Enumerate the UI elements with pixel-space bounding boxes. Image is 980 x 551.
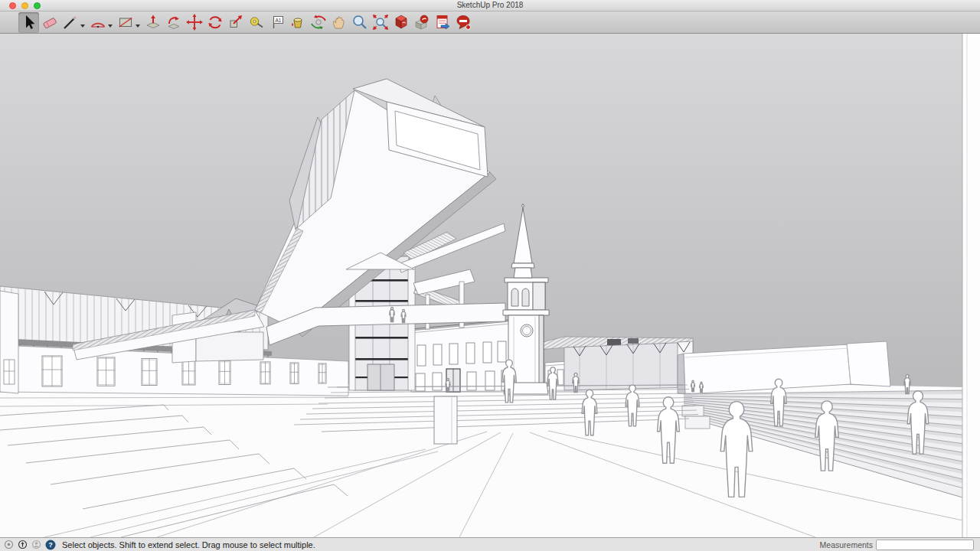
push-pull-icon: [143, 12, 163, 32]
extension-warehouse-icon: [453, 12, 473, 32]
push-pull-tool-button[interactable]: [142, 12, 163, 33]
eraser-icon: [40, 12, 60, 32]
far-left-pavilion: [0, 291, 18, 393]
rectangle-tool-button[interactable]: [115, 12, 136, 33]
follow-me-icon: [164, 12, 184, 32]
make-component-tool-button[interactable]: [390, 12, 411, 33]
classical-building-center: [411, 320, 509, 392]
extension-warehouse-tool-button[interactable]: [452, 12, 473, 33]
zoom-extents-tool-button[interactable]: [370, 12, 390, 33]
arc-icon: [88, 12, 108, 32]
paint-bucket-icon: [288, 12, 308, 32]
arc-tool-button[interactable]: [87, 12, 108, 33]
model-scene-svg: [0, 34, 980, 537]
text-icon: A1: [267, 12, 287, 32]
scale-tool-button[interactable]: [225, 12, 246, 33]
orbit-tool-button[interactable]: [308, 12, 328, 33]
pan-tool-button[interactable]: [328, 12, 349, 33]
orbit-icon: [309, 12, 328, 32]
rotate-tool-button[interactable]: [204, 12, 225, 33]
component-cube-icon: [391, 12, 411, 32]
toolbar: A1: [0, 11, 980, 34]
pencil-icon: [60, 12, 80, 32]
rectangle-icon: [116, 12, 136, 32]
title-bar: SketchUp Pro 2018: [0, 0, 980, 11]
rotate-icon: [205, 12, 225, 32]
geolocate-icon[interactable]: [4, 540, 14, 549]
help-icon[interactable]: ?: [45, 540, 56, 550]
measurements-input[interactable]: [876, 540, 974, 550]
arc-dropdown-caret[interactable]: [108, 24, 113, 28]
zoom-extents-icon: [371, 12, 390, 32]
line-tool-button[interactable]: [60, 12, 80, 33]
sketchup-window: SketchUp Pro 2018: [0, 0, 980, 551]
rectangle-dropdown-caret[interactable]: [136, 24, 140, 28]
claim-icon[interactable]: [18, 540, 28, 549]
magnifier-icon: [350, 12, 370, 32]
tape-measure-tool-button[interactable]: [246, 12, 266, 33]
svg-text:?: ?: [48, 541, 53, 549]
follow-me-tool-button[interactable]: [163, 12, 184, 33]
send-to-layout-tool-button[interactable]: [432, 12, 452, 33]
warehouse-icon: [412, 12, 432, 32]
scale-icon: [226, 12, 246, 32]
paint-bucket-tool-button[interactable]: [287, 12, 308, 33]
select-arrow-icon: [19, 12, 39, 32]
move-tool-button[interactable]: [184, 12, 204, 33]
window-title: SketchUp Pro 2018: [0, 1, 980, 9]
select-tool-button[interactable]: [18, 12, 39, 33]
zoom-tool-button[interactable]: [349, 12, 370, 33]
text-tool-button[interactable]: A1: [266, 12, 287, 33]
status-message: Select objects. Shift to extend select. …: [62, 540, 315, 549]
eraser-tool-button[interactable]: [39, 12, 60, 33]
pan-hand-icon: [329, 12, 349, 32]
model-viewport[interactable]: [0, 34, 980, 537]
measurements-label: Measurements: [820, 540, 873, 549]
tape-measure-icon: [247, 12, 266, 32]
right-edge-wall: [962, 34, 980, 537]
status-bar: ? Select objects. Shift to extend select…: [0, 537, 980, 551]
sign-in-icon[interactable]: [31, 540, 41, 549]
line-dropdown-caret[interactable]: [80, 24, 85, 28]
svg-text:A1: A1: [275, 18, 281, 23]
layout-page-icon: [433, 12, 452, 32]
3d-warehouse-tool-button[interactable]: [411, 12, 432, 33]
move-icon: [185, 12, 204, 32]
